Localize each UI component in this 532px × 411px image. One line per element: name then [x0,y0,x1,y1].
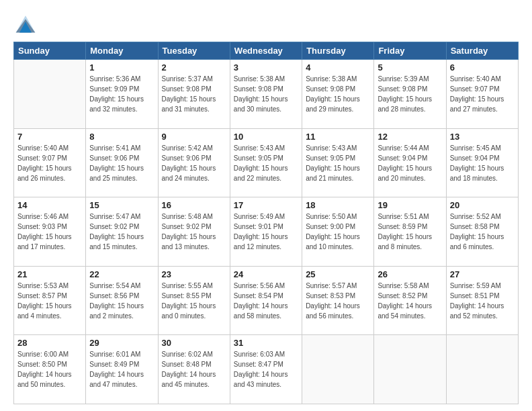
day-number: 23 [162,269,226,279]
day-number: 30 [162,338,226,348]
day-number: 10 [234,132,298,142]
calendar-cell: 18Sunrise: 5:50 AM Sunset: 9:00 PM Dayli… [302,197,374,267]
calendar-cell: 30Sunrise: 6:02 AM Sunset: 8:48 PM Dayli… [158,335,230,404]
day-number: 22 [89,269,154,279]
day-info: Sunrise: 5:52 AM Sunset: 8:58 PM Dayligh… [450,212,515,252]
calendar-cell: 21Sunrise: 5:53 AM Sunset: 8:57 PM Dayli… [14,266,86,335]
header [13,11,519,35]
calendar-cell: 8Sunrise: 5:41 AM Sunset: 9:06 PM Daylig… [86,128,158,197]
day-number: 17 [234,200,298,210]
day-number: 29 [89,338,154,348]
calendar-cell [446,335,518,404]
day-number: 31 [234,338,298,348]
day-number: 4 [306,62,370,73]
day-info: Sunrise: 6:00 AM Sunset: 8:50 PM Dayligh… [17,349,82,390]
calendar-cell: 16Sunrise: 5:48 AM Sunset: 9:02 PM Dayli… [158,197,230,267]
week-row-4: 28Sunrise: 6:00 AM Sunset: 8:50 PM Dayli… [14,335,519,404]
day-info: Sunrise: 5:44 AM Sunset: 9:04 PM Dayligh… [378,143,442,183]
weekday-header-thursday: Thursday [302,42,374,60]
calendar-cell: 31Sunrise: 6:03 AM Sunset: 8:47 PM Dayli… [230,335,302,404]
calendar-cell [374,335,446,404]
day-number: 8 [89,132,154,142]
weekday-header-friday: Friday [374,42,446,60]
calendar-cell: 22Sunrise: 5:54 AM Sunset: 8:56 PM Dayli… [86,266,158,335]
day-info: Sunrise: 5:50 AM Sunset: 9:00 PM Dayligh… [306,212,370,252]
calendar-cell [302,335,374,404]
calendar-cell: 24Sunrise: 5:56 AM Sunset: 8:54 PM Dayli… [230,266,302,335]
day-number: 26 [378,269,442,279]
logo [13,11,40,35]
day-info: Sunrise: 5:40 AM Sunset: 9:07 PM Dayligh… [17,143,82,183]
day-info: Sunrise: 5:49 AM Sunset: 9:01 PM Dayligh… [234,212,298,252]
day-info: Sunrise: 5:47 AM Sunset: 9:02 PM Dayligh… [89,212,154,252]
day-info: Sunrise: 5:48 AM Sunset: 9:02 PM Dayligh… [162,212,226,252]
calendar-cell [14,60,86,129]
weekday-header-row: SundayMondayTuesdayWednesdayThursdayFrid… [14,42,519,60]
day-info: Sunrise: 5:54 AM Sunset: 8:56 PM Dayligh… [89,281,154,321]
day-number: 16 [162,200,226,210]
week-row-0: 1Sunrise: 5:36 AM Sunset: 9:09 PM Daylig… [14,60,519,129]
calendar-cell: 29Sunrise: 6:01 AM Sunset: 8:49 PM Dayli… [86,335,158,404]
week-row-3: 21Sunrise: 5:53 AM Sunset: 8:57 PM Dayli… [14,266,519,335]
day-info: Sunrise: 5:41 AM Sunset: 9:06 PM Dayligh… [89,143,154,183]
day-info: Sunrise: 6:03 AM Sunset: 8:47 PM Dayligh… [234,349,298,390]
day-number: 3 [234,62,298,73]
day-number: 20 [450,200,515,210]
day-number: 28 [17,338,82,348]
day-info: Sunrise: 5:38 AM Sunset: 9:08 PM Dayligh… [306,74,370,114]
day-number: 6 [450,62,515,73]
calendar-cell: 17Sunrise: 5:49 AM Sunset: 9:01 PM Dayli… [230,197,302,267]
calendar-cell: 15Sunrise: 5:47 AM Sunset: 9:02 PM Dayli… [86,197,158,267]
day-number: 5 [378,62,442,73]
day-info: Sunrise: 6:02 AM Sunset: 8:48 PM Dayligh… [162,349,226,390]
day-number: 18 [306,200,370,210]
day-info: Sunrise: 5:36 AM Sunset: 9:09 PM Dayligh… [89,74,154,114]
weekday-header-saturday: Saturday [446,42,518,60]
calendar-cell: 28Sunrise: 6:00 AM Sunset: 8:50 PM Dayli… [14,335,86,404]
week-row-1: 7Sunrise: 5:40 AM Sunset: 9:07 PM Daylig… [14,128,519,197]
calendar-table: SundayMondayTuesdayWednesdayThursdayFrid… [13,42,519,404]
day-number: 2 [162,62,226,73]
calendar-cell: 2Sunrise: 5:37 AM Sunset: 9:08 PM Daylig… [158,60,230,129]
day-number: 21 [17,269,82,279]
day-number: 12 [378,132,442,142]
calendar-cell: 1Sunrise: 5:36 AM Sunset: 9:09 PM Daylig… [86,60,158,129]
day-info: Sunrise: 6:01 AM Sunset: 8:49 PM Dayligh… [89,349,154,390]
day-number: 27 [450,269,515,279]
day-info: Sunrise: 5:38 AM Sunset: 9:08 PM Dayligh… [234,74,298,114]
logo-icon [13,11,38,35]
weekday-header-monday: Monday [86,42,158,60]
calendar-cell: 6Sunrise: 5:40 AM Sunset: 9:07 PM Daylig… [446,60,518,129]
calendar-cell: 20Sunrise: 5:52 AM Sunset: 8:58 PM Dayli… [446,197,518,267]
day-number: 9 [162,132,226,142]
day-info: Sunrise: 5:59 AM Sunset: 8:51 PM Dayligh… [450,281,515,321]
calendar-cell: 23Sunrise: 5:55 AM Sunset: 8:55 PM Dayli… [158,266,230,335]
day-info: Sunrise: 5:37 AM Sunset: 9:08 PM Dayligh… [162,74,226,114]
day-number: 7 [17,132,82,142]
day-info: Sunrise: 5:53 AM Sunset: 8:57 PM Dayligh… [17,281,82,321]
day-number: 25 [306,269,370,279]
calendar-cell: 11Sunrise: 5:43 AM Sunset: 9:05 PM Dayli… [302,128,374,197]
calendar-cell: 12Sunrise: 5:44 AM Sunset: 9:04 PM Dayli… [374,128,446,197]
day-info: Sunrise: 5:57 AM Sunset: 8:53 PM Dayligh… [306,281,370,321]
day-info: Sunrise: 5:40 AM Sunset: 9:07 PM Dayligh… [450,74,515,114]
calendar-cell: 3Sunrise: 5:38 AM Sunset: 9:08 PM Daylig… [230,60,302,129]
calendar-cell: 19Sunrise: 5:51 AM Sunset: 8:59 PM Dayli… [374,197,446,267]
day-info: Sunrise: 5:51 AM Sunset: 8:59 PM Dayligh… [378,212,442,252]
day-number: 14 [17,200,82,210]
calendar-cell: 25Sunrise: 5:57 AM Sunset: 8:53 PM Dayli… [302,266,374,335]
day-number: 13 [450,132,515,142]
day-info: Sunrise: 5:45 AM Sunset: 9:04 PM Dayligh… [450,143,515,183]
weekday-header-wednesday: Wednesday [230,42,302,60]
weekday-header-tuesday: Tuesday [158,42,230,60]
calendar-cell: 27Sunrise: 5:59 AM Sunset: 8:51 PM Dayli… [446,266,518,335]
day-number: 1 [89,62,154,73]
day-number: 24 [234,269,298,279]
calendar-cell: 9Sunrise: 5:42 AM Sunset: 9:06 PM Daylig… [158,128,230,197]
day-info: Sunrise: 5:56 AM Sunset: 8:54 PM Dayligh… [234,281,298,321]
calendar-cell: 14Sunrise: 5:46 AM Sunset: 9:03 PM Dayli… [14,197,86,267]
week-row-2: 14Sunrise: 5:46 AM Sunset: 9:03 PM Dayli… [14,197,519,267]
day-info: Sunrise: 5:43 AM Sunset: 9:05 PM Dayligh… [234,143,298,183]
day-number: 11 [306,132,370,142]
calendar-cell: 7Sunrise: 5:40 AM Sunset: 9:07 PM Daylig… [14,128,86,197]
